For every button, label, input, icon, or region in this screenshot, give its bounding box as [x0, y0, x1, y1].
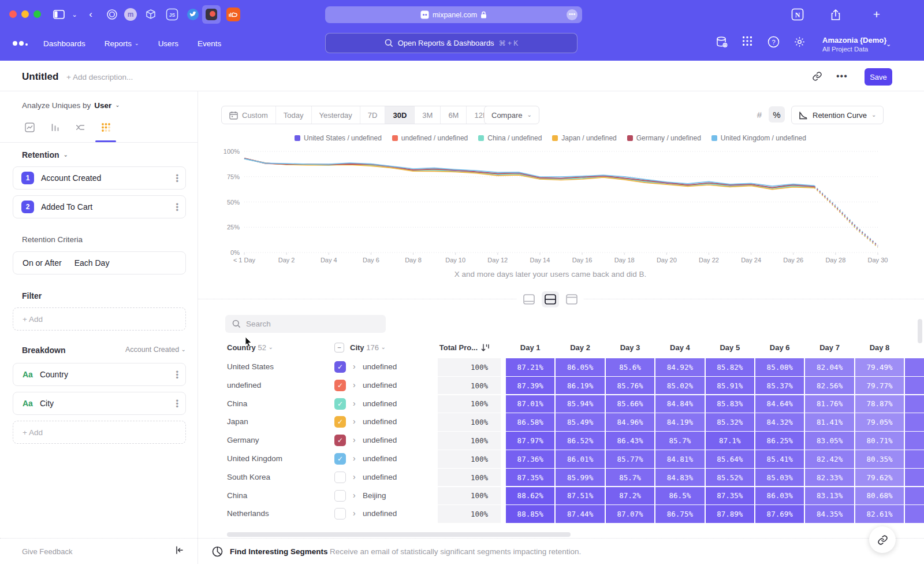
day-cell[interactable]: 88.62% [506, 487, 554, 505]
day-header-1[interactable]: Day 1 [506, 339, 554, 356]
city-cell[interactable]: undefined [363, 509, 397, 518]
day-cell[interactable]: 85.7% [606, 469, 654, 487]
url-bar[interactable]: mixpanel.com ••• [325, 6, 582, 23]
filter-add-button[interactable]: + Add [13, 307, 186, 331]
chevron-down-icon[interactable]: ⌄ [67, 7, 82, 22]
minimize-button[interactable] [21, 10, 29, 18]
day-cell[interactable]: 84.92% [655, 358, 704, 376]
page-options-icon[interactable]: ••• [567, 9, 578, 20]
day-cell[interactable]: 87.35% [506, 469, 554, 487]
day-cell[interactable]: 87.69% [755, 505, 804, 523]
day-cell[interactable]: 86.52% [556, 432, 604, 450]
day-cell[interactable]: 87.35% [706, 487, 754, 505]
day-cell[interactable]: 84.64% [755, 395, 804, 413]
day-cell[interactable]: 87.89% [706, 505, 754, 523]
day-cell[interactable]: 81.41% [805, 413, 854, 431]
criteria-interval[interactable]: Each Day [74, 258, 110, 268]
share-icon[interactable] [828, 7, 843, 22]
mixpanel-logo[interactable] [13, 40, 28, 46]
chart-type-dropdown[interactable]: Retention Curve⌄ [791, 106, 884, 124]
row-checkbox[interactable]: ✓ [334, 380, 346, 391]
kebab-icon[interactable]: ••• [176, 174, 178, 183]
day-cell[interactable]: 82.33% [805, 469, 854, 487]
breakdown-event-selector[interactable]: Account Created ⌄ [0, 346, 186, 354]
day-cell[interactable]: 81.76% [805, 395, 854, 413]
day-header-2[interactable]: Day 2 [556, 339, 604, 356]
save-button[interactable]: Save [865, 68, 892, 86]
country-cell[interactable]: Netherlands [227, 509, 269, 518]
day-cell[interactable]: 85.32% [706, 413, 754, 431]
day-cell[interactable]: 80.35% [855, 450, 904, 468]
package-extension-icon[interactable] [143, 7, 158, 22]
expand-chevron-icon[interactable]: › [353, 472, 356, 481]
row-checkbox[interactable]: ✓ [334, 361, 346, 373]
country-cell[interactable]: United Kingdom [227, 454, 282, 463]
day-cell[interactable]: 87.97% [506, 432, 554, 450]
city-cell[interactable]: undefined [363, 381, 397, 389]
day-cell[interactable]: 85.76% [606, 377, 654, 395]
percent-toggle[interactable]: % [769, 106, 785, 123]
city-cell[interactable]: Beijing [363, 491, 386, 500]
legend-item[interactable]: undefined / undefined [392, 134, 468, 142]
day-cell[interactable]: 85.02% [655, 377, 704, 395]
breakdown-property-name[interactable]: City [40, 399, 54, 408]
day-cell[interactable]: 84.32% [755, 413, 804, 431]
analyze-value[interactable]: User [94, 101, 111, 110]
close-button[interactable] [9, 10, 17, 18]
range-3m[interactable]: 3M [415, 106, 441, 124]
day-cell[interactable]: 86.58% [506, 413, 554, 431]
copy-link-icon[interactable] [812, 71, 822, 81]
range-yesterday[interactable]: Yesterday [312, 106, 360, 124]
row-checkbox[interactable] [334, 508, 346, 520]
day-cell[interactable]: 85.99% [556, 469, 604, 487]
step-event-name[interactable]: Account Created [41, 173, 101, 183]
range-7d[interactable]: 7D [360, 106, 386, 124]
day-cell[interactable]: 86.03% [755, 487, 804, 505]
day-cell[interactable]: 84.81% [655, 450, 704, 468]
day-cell[interactable]: 86.43% [606, 432, 654, 450]
day-header-8[interactable]: Day 8 [855, 339, 904, 356]
notion-icon[interactable]: N [790, 7, 805, 22]
day-cell[interactable]: 83.13% [805, 487, 854, 505]
give-feedback-link[interactable]: Give Feedback [22, 547, 72, 556]
report-title[interactable]: Untitled [22, 71, 58, 83]
day-cell[interactable]: 86.75% [655, 505, 704, 523]
day-cell[interactable]: 84.83% [655, 469, 704, 487]
collapse-sidebar-icon[interactable] [175, 546, 184, 555]
country-cell[interactable]: undefined [227, 381, 261, 389]
horizontal-scrollbar[interactable] [227, 532, 571, 537]
city-cell[interactable]: undefined [363, 473, 397, 481]
day-cell[interactable]: 86.05% [556, 358, 604, 376]
day-cell[interactable]: 87.44% [556, 505, 604, 523]
legend-item[interactable]: Japan / undefined [552, 134, 616, 142]
day-header-3[interactable]: Day 3 [606, 339, 654, 356]
retention-step-2[interactable]: 2Added To Cart••• [13, 195, 186, 218]
expand-chevron-icon[interactable]: › [353, 435, 356, 444]
day-header-5[interactable]: Day 5 [706, 339, 754, 356]
day-cell[interactable]: 80.68% [855, 487, 904, 505]
project-switcher[interactable]: Amazonia {Demo} All Project Data [822, 36, 886, 53]
day-cell[interactable]: 85.37% [755, 377, 804, 395]
day-cell[interactable]: 87.51% [556, 487, 604, 505]
split-view-icon[interactable] [542, 291, 559, 307]
table-search[interactable] [225, 315, 386, 333]
global-search-button[interactable]: Open Reports & Dashboards ⌘ + K [325, 33, 578, 53]
criteria-operator[interactable]: On or After [23, 258, 62, 268]
city-cell[interactable]: undefined [363, 454, 397, 463]
day-cell[interactable]: 82.56% [805, 377, 854, 395]
day-cell[interactable]: 85.94% [556, 395, 604, 413]
city-cell[interactable]: undefined [363, 436, 397, 444]
day-cell[interactable]: 87.2% [606, 487, 654, 505]
day-cell[interactable]: 79.05% [855, 413, 904, 431]
day-cell[interactable]: 83.05% [805, 432, 854, 450]
row-checkbox[interactable]: ✓ [334, 435, 346, 446]
vertical-scrollbar[interactable] [918, 319, 922, 343]
day-cell[interactable]: 85.66% [606, 395, 654, 413]
day-cell[interactable]: 86.25% [755, 432, 804, 450]
country-cell[interactable]: South Korea [227, 473, 270, 481]
soundcloud-tab-icon[interactable] [226, 7, 241, 22]
share-link-fab[interactable] [869, 526, 896, 553]
more-options-icon[interactable]: ••• [836, 71, 848, 81]
new-tab-icon[interactable]: + [869, 7, 884, 22]
apps-grid-icon[interactable] [742, 36, 752, 46]
